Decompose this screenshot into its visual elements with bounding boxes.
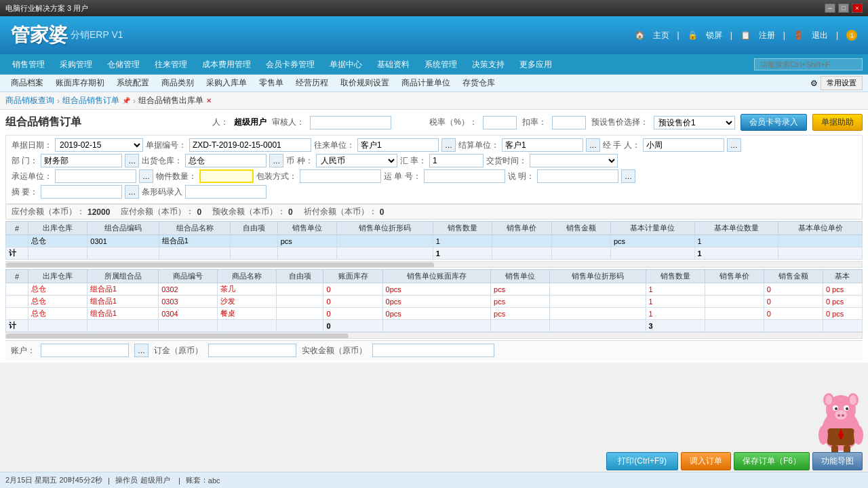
nav-more[interactable]: 更多应用 — [513, 56, 559, 73]
save-button[interactable]: 保存订单（F6） — [734, 452, 810, 470]
lower-col-product-name: 商品名称 — [218, 270, 277, 283]
review-input[interactable] — [310, 116, 391, 129]
ship-browse[interactable]: … — [139, 169, 153, 183]
form-row-2: 部 门： … 出货仓库： … 币 种： 人民币 汇 率： 交货时间： — [12, 154, 856, 167]
exit-link[interactable]: 退出 — [812, 30, 828, 41]
register-link[interactable]: 注册 — [759, 30, 775, 41]
nav-sales[interactable]: 销售管理 — [5, 56, 52, 73]
nav-purchase[interactable]: 采购管理 — [53, 56, 99, 73]
lower-col-qty: 销售数量 — [646, 270, 705, 283]
subnav-price-rules[interactable]: 取价规则设置 — [335, 76, 395, 90]
remark-browse[interactable]: … — [621, 169, 635, 183]
maximize-button[interactable]: □ — [838, 3, 849, 13]
logo: 管家婆 — [11, 22, 68, 48]
discount-input[interactable]: 1 — [552, 116, 586, 129]
print-button[interactable]: 打印(Ctrl+F9) — [606, 452, 678, 470]
footer-form-row: 账户： … 订金（原币） 实收金额（原币） — [5, 340, 863, 360]
lower-col-basic: 基本 — [823, 270, 862, 283]
lower-cell-barcode-2 — [550, 296, 646, 308]
upper-cell-combo-code: 0301 — [87, 235, 159, 247]
export-icon: 🚪 — [793, 30, 804, 40]
home-icon[interactable]: 🏠 — [635, 30, 645, 40]
barcode-input[interactable] — [185, 185, 267, 199]
warehouse-browse[interactable]: … — [269, 154, 283, 167]
close-button[interactable]: × — [852, 3, 863, 13]
lower-col-warehouse: 出库仓库 — [28, 270, 87, 283]
ship-no-input[interactable] — [424, 169, 505, 183]
subnav-purchase-in[interactable]: 采购入库单 — [201, 76, 252, 90]
nav-system[interactable]: 系统管理 — [418, 56, 464, 73]
account-input[interactable] — [41, 344, 129, 357]
nav-search-input[interactable] — [754, 58, 863, 70]
item-count-input[interactable] — [199, 169, 254, 183]
remark-input[interactable] — [537, 169, 618, 183]
handler-browse[interactable]: … — [727, 138, 741, 152]
subnav-category[interactable]: 商品类别 — [156, 76, 199, 90]
note-input[interactable] — [41, 185, 122, 199]
dept-input[interactable] — [41, 154, 122, 167]
voucher-number-input[interactable] — [189, 138, 311, 152]
subnav-retail[interactable]: 零售单 — [254, 76, 289, 90]
tax-rate-input[interactable]: 0 — [483, 116, 517, 129]
date-select[interactable]: 2019-02-15 — [55, 138, 143, 152]
nav-voucher[interactable]: 单据中心 — [323, 56, 369, 73]
window-controls[interactable]: ─ □ × — [825, 3, 863, 13]
breadcrumb-item-2[interactable]: 组合品销售订单 — [62, 95, 119, 106]
currency-select[interactable]: 人民币 — [316, 154, 397, 167]
subnav-product-file[interactable]: 商品档案 — [5, 76, 49, 90]
lower-table-row-2[interactable]: 总仓 组合品1 0303 沙发 0 0pcs pcs 1 0 0 pcs — [6, 296, 863, 308]
import-button[interactable]: 调入订单 — [681, 452, 731, 470]
dept-label: 部 门： — [12, 155, 38, 167]
subnav-units[interactable]: 商品计量单位 — [396, 76, 456, 90]
nav-basic[interactable]: 基础资料 — [370, 56, 416, 73]
member-card-button[interactable]: 会员卡号录入 — [741, 114, 807, 131]
subnav-config[interactable]: 系统配置 — [111, 76, 155, 90]
note-browse[interactable]: … — [125, 185, 139, 199]
minimize-button[interactable]: ─ — [825, 3, 835, 13]
received-input[interactable] — [372, 344, 494, 357]
settings-button[interactable]: 常用设置 — [821, 76, 863, 90]
lower-table-row-1[interactable]: 总仓 组合品1 0302 茶几 0 0pcs pcs 1 0 0 pcs — [6, 283, 863, 296]
handler-input[interactable] — [643, 138, 724, 152]
to-unit-browse[interactable]: … — [441, 138, 456, 152]
warehouse-input[interactable] — [185, 154, 267, 167]
subnav-warehouse[interactable]: 存货仓库 — [457, 76, 500, 90]
upper-table-row[interactable]: 总仓 0301 组合品1 pcs 1 pcs 1 — [6, 235, 863, 247]
breadcrumb-close-icon[interactable]: ✕ — [206, 97, 212, 104]
nav-cost[interactable]: 成本费用管理 — [195, 56, 258, 73]
to-unit-input[interactable] — [357, 138, 439, 152]
lock-link[interactable]: 锁屏 — [706, 30, 722, 41]
form-row-4: 摘 要： … 条形码录入 — [12, 185, 856, 199]
settlement-browse[interactable]: … — [586, 138, 600, 152]
help-map-button[interactable]: 功能导图 — [812, 452, 863, 470]
lower-scrollbar[interactable] — [5, 332, 863, 339]
upper-col-sale-amount: 销售金额 — [551, 222, 610, 235]
home-link[interactable]: 主页 — [653, 30, 669, 41]
order-deposit-input[interactable] — [208, 344, 296, 357]
dept-browse[interactable]: … — [125, 154, 139, 167]
nav-member[interactable]: 会员卡券管理 — [259, 56, 321, 73]
lower-cell-combo-1: 组合品1 — [87, 283, 159, 296]
nav-decision[interactable]: 决策支持 — [465, 56, 511, 73]
lower-cell-code-2: 0303 — [159, 296, 218, 308]
nav-contacts[interactable]: 往来管理 — [148, 56, 194, 73]
ship-unit-input[interactable] — [55, 169, 136, 183]
upper-scrollbar[interactable] — [5, 261, 863, 268]
settlement-label: 结算单位： — [458, 140, 499, 151]
lower-table-row-3[interactable]: 总仓 组合品1 0304 餐桌 0 0pcs pcs 1 0 0 pcs — [6, 308, 863, 320]
upper-col-sale-barcode: 销售单位折形码 — [337, 222, 433, 235]
delivery-time-select[interactable] — [530, 154, 618, 167]
svg-point-15 — [818, 426, 828, 445]
help-button[interactable]: 单据助助 — [812, 114, 863, 131]
rate-input[interactable] — [429, 154, 484, 167]
nav-warehouse[interactable]: 仓储管理 — [100, 56, 146, 73]
package-input[interactable] — [300, 169, 381, 183]
subnav-stock-init[interactable]: 账面库存期初 — [50, 76, 110, 90]
account-browse[interactable]: … — [134, 344, 149, 357]
breadcrumb-item-1[interactable]: 商品销板查询 — [5, 95, 54, 106]
info-icon[interactable]: ① — [846, 30, 857, 41]
price-select[interactable]: 预设售价1 — [654, 116, 735, 129]
settlement-input[interactable] — [502, 138, 583, 152]
subnav-history[interactable]: 经营历程 — [290, 76, 334, 90]
date-label: 单据日期： — [12, 140, 52, 151]
